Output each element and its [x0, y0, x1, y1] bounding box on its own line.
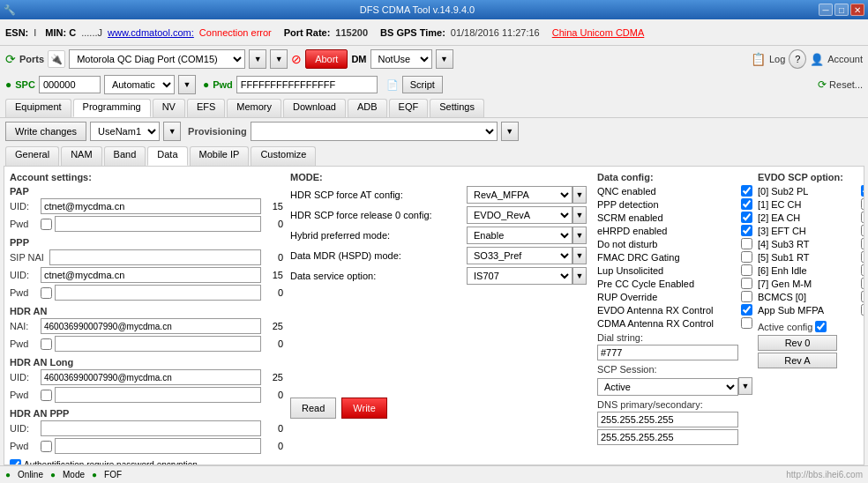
mode-combo-1[interactable]: EVDO_RevA — [467, 206, 572, 224]
port-arrow2[interactable]: ▼ — [270, 49, 288, 69]
pap-pwd-input[interactable] — [55, 216, 261, 232]
mode-combo-3[interactable]: SO33_Pref — [467, 247, 572, 264]
hdranppp-pwd-input[interactable] — [55, 438, 261, 454]
sub-tab-band[interactable]: Band — [104, 146, 146, 166]
evdo-check-3[interactable] — [861, 225, 864, 236]
pwd-input[interactable] — [236, 76, 378, 93]
tab-nv[interactable]: NV — [153, 99, 185, 117]
sub-tab-data[interactable]: Data — [147, 146, 187, 166]
mode-arrow-0[interactable]: ▼ — [572, 186, 587, 204]
mode-arrow-2[interactable]: ▼ — [572, 227, 587, 244]
hdran-pwd-checkbox[interactable] — [41, 338, 52, 350]
pap-pwd-checkbox[interactable] — [41, 219, 52, 230]
dns-primary-input[interactable] — [597, 412, 738, 427]
usenam-select[interactable]: UseNam1 — [90, 122, 160, 141]
write-changes-button[interactable]: Write changes — [5, 122, 86, 141]
mode-combo-2[interactable]: Enable — [467, 227, 572, 244]
port-select[interactable]: Motorola QC Diag Port (COM15) — [69, 49, 245, 69]
hdranppp-uid-input[interactable] — [41, 420, 261, 436]
mode-combo-4[interactable]: IS707 — [467, 267, 572, 285]
scp-arrow[interactable]: ▼ — [738, 377, 752, 395]
mode-arrow-3[interactable]: ▼ — [572, 247, 587, 264]
config-check-cdmaantenna[interactable] — [741, 317, 752, 329]
mode-combo-0[interactable]: RevA_MFPA — [467, 186, 572, 204]
scp-select[interactable]: Active — [597, 378, 738, 396]
config-check-precc[interactable] — [741, 278, 752, 289]
notuse-select[interactable]: NotUse — [370, 49, 432, 69]
config-check-ehrpd[interactable] — [741, 225, 752, 236]
dial-input[interactable] — [597, 345, 738, 360]
tab-eqf[interactable]: EQF — [389, 99, 429, 117]
evdo-check-1[interactable] — [861, 198, 864, 210]
sub-tab-customize[interactable]: Customize — [251, 146, 316, 166]
pap-uid-input[interactable] — [41, 198, 261, 214]
write-button[interactable]: Write — [341, 398, 386, 419]
evdo-check-8[interactable] — [861, 291, 864, 302]
abort-button[interactable]: Abort — [305, 49, 348, 69]
revA-button[interactable]: Rev A — [758, 353, 837, 368]
config-check-lup[interactable] — [741, 264, 752, 276]
sub-tab-mobileip[interactable]: Mobile IP — [190, 146, 250, 166]
hdranlong-uid-input[interactable] — [41, 369, 261, 385]
evdo-check-6[interactable] — [861, 264, 864, 276]
auto-arrow[interactable]: ▼ — [178, 75, 196, 94]
tab-settings[interactable]: Settings — [430, 99, 484, 117]
ppp-pwd-checkbox[interactable] — [41, 287, 52, 299]
minimize-button[interactable]: ─ — [819, 4, 833, 16]
hdranlong-pwd-input[interactable] — [55, 387, 261, 403]
sub-tab-nam[interactable]: NAM — [61, 146, 101, 166]
maximize-button[interactable]: □ — [834, 4, 849, 16]
ppp-sipnai-input[interactable] — [49, 249, 261, 265]
tab-adb[interactable]: ADB — [348, 99, 387, 117]
rev0-button[interactable]: Rev 0 — [758, 335, 837, 351]
reset-button[interactable]: Reset... — [829, 79, 863, 90]
script-button[interactable]: Script — [402, 76, 443, 93]
config-check-donotdisturb[interactable] — [741, 238, 752, 249]
sub-tab-general[interactable]: General — [5, 146, 59, 166]
tab-programming[interactable]: Programming — [73, 99, 151, 117]
hdranlong-pwd-checkbox[interactable] — [41, 390, 52, 401]
mode-arrow-1[interactable]: ▼ — [572, 206, 587, 224]
account-button[interactable]: Account — [827, 54, 863, 64]
notuse-arrow[interactable]: ▼ — [436, 49, 453, 69]
config-check-qnc[interactable] — [741, 185, 752, 197]
evdo-check-4[interactable] — [861, 238, 864, 249]
log-button[interactable]: Log — [769, 54, 785, 64]
config-check-scrm[interactable] — [741, 212, 752, 223]
evdo-check-9[interactable] — [861, 304, 864, 316]
read-button[interactable]: Read — [290, 398, 336, 419]
evdo-check-0[interactable] — [861, 185, 864, 197]
tab-download[interactable]: Download — [283, 99, 346, 117]
ppp-uid-input[interactable] — [41, 267, 261, 283]
hdranppp-pwd-checkbox[interactable] — [41, 441, 52, 452]
provisioning-select[interactable] — [251, 122, 498, 141]
dns-secondary-input[interactable] — [597, 429, 738, 445]
config-check-fmac[interactable] — [741, 251, 752, 263]
mode-arrow-4[interactable]: ▼ — [572, 267, 587, 285]
connection-link[interactable]: www.cdmatool.com: — [108, 27, 194, 38]
config-check-evdoantenna[interactable] — [741, 304, 752, 316]
prov-arrow[interactable]: ▼ — [501, 122, 519, 141]
hdran-nai-input[interactable] — [41, 318, 261, 334]
help-button[interactable]: ? — [789, 49, 806, 69]
usenam-arrow[interactable]: ▼ — [163, 122, 181, 141]
evdo-check-5[interactable] — [861, 251, 864, 263]
config-check-rup[interactable] — [741, 291, 752, 302]
port-arrow[interactable]: ▼ — [249, 49, 266, 69]
spc-input[interactable] — [39, 76, 101, 93]
active-config-checkbox[interactable] — [815, 321, 827, 332]
tab-equipment[interactable]: Equipment — [5, 99, 71, 117]
evdo-check-2[interactable] — [861, 212, 864, 223]
hdran-pwd-input[interactable] — [55, 336, 261, 352]
status-bar: ● Online ● Mode ● FOF http://bbs.ihei6.c… — [0, 465, 868, 483]
tab-efs[interactable]: EFS — [187, 99, 225, 117]
config-check-ppp[interactable] — [741, 198, 752, 210]
carrier-link[interactable]: China Unicom CDMA — [552, 27, 645, 38]
auth-checkbox[interactable] — [10, 459, 21, 464]
ports-button[interactable]: Ports — [19, 54, 44, 64]
automatic-select[interactable]: Automatic — [104, 75, 175, 94]
ppp-pwd-input[interactable] — [55, 285, 261, 301]
tab-memory[interactable]: Memory — [227, 99, 281, 117]
close-button[interactable]: ✕ — [850, 4, 864, 16]
evdo-check-7[interactable] — [861, 278, 864, 289]
